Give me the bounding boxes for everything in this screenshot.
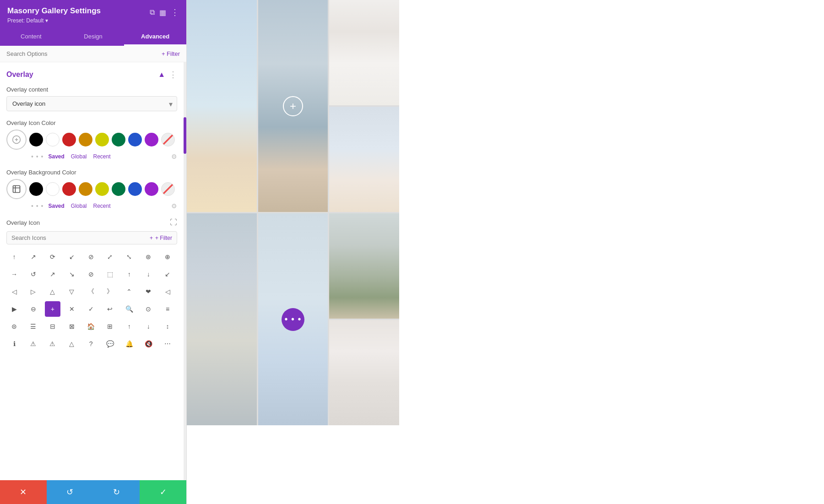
icon-cell[interactable]: ☰: [26, 319, 41, 334]
section-more-icon[interactable]: ⋮: [169, 70, 177, 80]
icon-cell[interactable]: ℹ: [6, 336, 22, 352]
icon-cell[interactable]: ↺: [26, 266, 41, 282]
icon-cell[interactable]: ❤: [141, 284, 156, 299]
confirm-button[interactable]: ✓: [140, 480, 186, 504]
bg-color-orange[interactable]: [79, 182, 92, 196]
icon-cell[interactable]: ↑: [6, 249, 22, 265]
collapse-icon[interactable]: ▲: [158, 70, 165, 79]
bg-color-eyedropper[interactable]: [6, 179, 27, 199]
icon-cell[interactable]: ⊞: [102, 319, 118, 334]
icon-cell[interactable]: ↕: [160, 319, 175, 334]
icon-cell[interactable]: ↙: [160, 266, 175, 282]
icon-cell[interactable]: ↩: [102, 301, 118, 317]
icon-cell[interactable]: ↓: [141, 266, 156, 282]
icon-cell[interactable]: △: [45, 284, 60, 299]
icon-cell[interactable]: 🔍: [121, 301, 137, 317]
icon-cell[interactable]: ⌃: [121, 284, 137, 299]
bg-color-green[interactable]: [112, 182, 125, 196]
bg-color-none[interactable]: [161, 182, 175, 196]
color-tab-global[interactable]: Global: [69, 152, 89, 161]
icon-cell[interactable]: ↗: [45, 266, 60, 282]
icon-cell[interactable]: 》: [102, 284, 118, 299]
bg-color-blue[interactable]: [128, 182, 142, 196]
icon-cell[interactable]: ⊘: [83, 249, 99, 265]
color-settings-icon[interactable]: ⚙: [171, 153, 177, 160]
icon-cell[interactable]: ◁: [160, 284, 175, 299]
icon-cell[interactable]: ⊟: [45, 319, 60, 334]
icon-cell[interactable]: ⊛: [141, 249, 156, 265]
bg-color-red[interactable]: [62, 182, 76, 196]
gallery-item-8[interactable]: [329, 320, 399, 425]
icon-cell[interactable]: ⊖: [26, 301, 41, 317]
icon-cell[interactable]: ↙: [64, 249, 80, 265]
bg-color-purple[interactable]: [145, 182, 158, 196]
redo-button[interactable]: ↻: [93, 480, 140, 504]
bg-color-black[interactable]: [29, 182, 43, 196]
sidebar-preset[interactable]: Preset: Default ▾: [7, 17, 101, 24]
search-icons-input[interactable]: [11, 234, 150, 241]
icon-cell[interactable]: ⊘: [83, 266, 99, 282]
icon-cell[interactable]: →: [6, 266, 22, 282]
icon-cell[interactable]: ⚠: [26, 336, 41, 352]
gallery-item-7[interactable]: [329, 213, 399, 319]
bg-color-tab-global[interactable]: Global: [69, 202, 89, 210]
scrollbar-track[interactable]: [184, 62, 186, 480]
gallery-item-1[interactable]: [187, 0, 257, 212]
icon-cell[interactable]: ⋯: [160, 336, 175, 352]
color-purple[interactable]: [145, 133, 158, 146]
copy-icon[interactable]: ⧉: [150, 8, 155, 16]
fullscreen-icon[interactable]: ⛶: [170, 218, 177, 227]
cancel-button[interactable]: ✕: [0, 480, 47, 504]
search-input[interactable]: [6, 50, 162, 57]
color-more-dots[interactable]: • • •: [31, 153, 43, 160]
color-orange[interactable]: [79, 133, 92, 146]
icon-cell[interactable]: ⚠: [45, 336, 60, 352]
icon-cell[interactable]: ↘: [64, 266, 80, 282]
more-icon[interactable]: ⋮: [171, 7, 179, 17]
color-blue[interactable]: [128, 133, 142, 146]
icon-cell[interactable]: ↗: [26, 249, 41, 265]
gallery-item-6[interactable]: • • •: [258, 213, 328, 425]
color-none[interactable]: [161, 133, 175, 146]
icon-cell[interactable]: ⊜: [6, 319, 22, 334]
tab-content[interactable]: Content: [0, 28, 62, 46]
bg-color-tab-saved[interactable]: Saved: [46, 202, 66, 210]
icon-cell[interactable]: ⬚: [102, 266, 118, 282]
icon-cell[interactable]: ▷: [26, 284, 41, 299]
icon-cell[interactable]: ⊙: [141, 301, 156, 317]
gallery-item-5[interactable]: [187, 213, 257, 425]
icon-cell-selected[interactable]: +: [45, 301, 60, 317]
columns-icon[interactable]: ▦: [159, 8, 166, 17]
bg-color-yellow[interactable]: [95, 182, 109, 196]
icon-cell[interactable]: ⟳: [45, 249, 60, 265]
icon-cell[interactable]: ✓: [83, 301, 99, 317]
gallery-item-3[interactable]: [329, 0, 399, 105]
bg-color-tab-recent[interactable]: Recent: [92, 202, 113, 210]
icon-cell[interactable]: ▽: [64, 284, 80, 299]
icon-cell[interactable]: ≡: [160, 301, 175, 317]
color-white[interactable]: [46, 133, 60, 146]
icon-cell[interactable]: ?: [83, 336, 99, 352]
icon-cell[interactable]: ◁: [6, 284, 22, 299]
icon-color-eyedropper[interactable]: [6, 130, 27, 150]
icon-cell[interactable]: ⊕: [160, 249, 175, 265]
filter-button[interactable]: + Filter: [162, 50, 180, 57]
icon-filter-button[interactable]: + + Filter: [150, 235, 172, 241]
icon-cell[interactable]: 🔇: [141, 336, 156, 352]
icon-cell[interactable]: ⤢: [102, 249, 118, 265]
icon-cell[interactable]: △: [64, 336, 80, 352]
icon-cell[interactable]: ↑: [121, 319, 137, 334]
icon-cell[interactable]: 🔔: [121, 336, 137, 352]
scrollbar-thumb[interactable]: [184, 117, 186, 154]
icon-cell[interactable]: ⤡: [121, 249, 137, 265]
bg-color-white[interactable]: [46, 182, 60, 196]
undo-button[interactable]: ↺: [47, 480, 93, 504]
icon-cell[interactable]: ▶: [6, 301, 22, 317]
icon-cell[interactable]: ✕: [64, 301, 80, 317]
color-black[interactable]: [29, 133, 43, 146]
color-tab-saved[interactable]: Saved: [46, 152, 66, 161]
color-red[interactable]: [62, 133, 76, 146]
tab-advanced[interactable]: Advanced: [124, 28, 186, 46]
icon-cell[interactable]: 🏠: [83, 319, 99, 334]
color-tab-recent[interactable]: Recent: [92, 152, 113, 161]
